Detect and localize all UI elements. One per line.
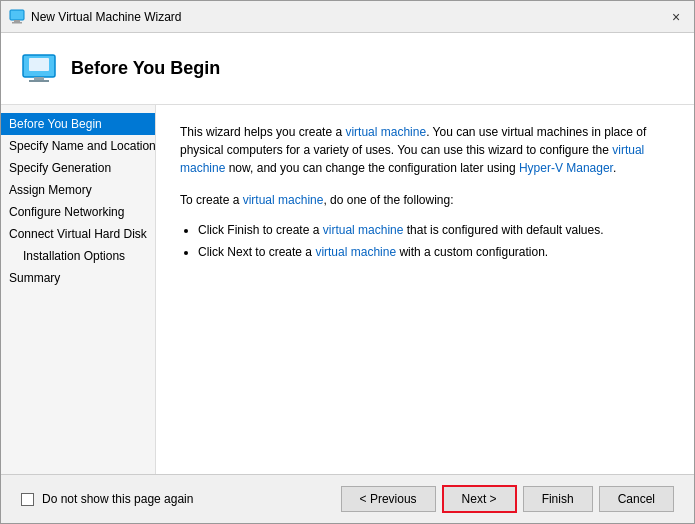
sidebar-item-name-location[interactable]: Specify Name and Location	[1, 135, 155, 157]
cancel-button[interactable]: Cancel	[599, 486, 674, 512]
svg-rect-5	[34, 77, 44, 80]
wizard-window: New Virtual Machine Wizard × Before You …	[0, 0, 695, 524]
wizard-page-title: Before You Begin	[71, 58, 220, 79]
intro-paragraph: This wizard helps you create a virtual m…	[180, 123, 670, 177]
title-bar-left: New Virtual Machine Wizard	[9, 9, 182, 25]
finish-button[interactable]: Finish	[523, 486, 593, 512]
link-virtual-machine-5[interactable]: virtual machine	[315, 245, 396, 259]
link-virtual-machine-4[interactable]: virtual machine	[323, 223, 404, 237]
sidebar-item-installation[interactable]: Installation Options	[1, 245, 155, 267]
sidebar-item-networking[interactable]: Configure Networking	[1, 201, 155, 223]
svg-rect-0	[10, 10, 24, 20]
subheading-text: To create a virtual machine, do one of t…	[180, 191, 670, 209]
sidebar-item-hard-disk[interactable]: Connect Virtual Hard Disk	[1, 223, 155, 245]
wizard-header: Before You Begin	[1, 33, 694, 105]
close-button[interactable]: ×	[666, 7, 686, 27]
wizard-footer: Do not show this page again < Previous N…	[1, 474, 694, 523]
header-icon	[21, 51, 57, 87]
do-not-show-label: Do not show this page again	[42, 492, 193, 506]
main-content: This wizard helps you create a virtual m…	[156, 105, 694, 474]
title-bar: New Virtual Machine Wizard ×	[1, 1, 694, 33]
sidebar: Before You Begin Specify Name and Locati…	[1, 105, 156, 474]
sidebar-item-summary[interactable]: Summary	[1, 267, 155, 289]
link-virtual-machine-3[interactable]: virtual machine	[243, 193, 324, 207]
options-list: Click Finish to create a virtual machine…	[198, 221, 670, 261]
footer-left: Do not show this page again	[21, 492, 193, 506]
svg-rect-6	[29, 80, 49, 82]
option-next: Click Next to create a virtual machine w…	[198, 243, 670, 261]
link-hyperv-manager[interactable]: Hyper-V Manager	[519, 161, 613, 175]
do-not-show-checkbox[interactable]	[21, 493, 34, 506]
previous-button[interactable]: < Previous	[341, 486, 436, 512]
link-virtual-machine-1[interactable]: virtual machine	[345, 125, 426, 139]
sidebar-item-memory[interactable]: Assign Memory	[1, 179, 155, 201]
footer-buttons: < Previous Next > Finish Cancel	[341, 485, 674, 513]
option-finish: Click Finish to create a virtual machine…	[198, 221, 670, 239]
svg-rect-1	[14, 20, 20, 22]
sidebar-item-generation[interactable]: Specify Generation	[1, 157, 155, 179]
wizard-title-icon	[9, 9, 25, 25]
wizard-content: Before You Begin Specify Name and Locati…	[1, 105, 694, 474]
next-button[interactable]: Next >	[442, 485, 517, 513]
window-title: New Virtual Machine Wizard	[31, 10, 182, 24]
sidebar-item-before-you-begin[interactable]: Before You Begin	[1, 113, 155, 135]
svg-rect-2	[12, 22, 22, 24]
svg-rect-4	[29, 58, 49, 71]
